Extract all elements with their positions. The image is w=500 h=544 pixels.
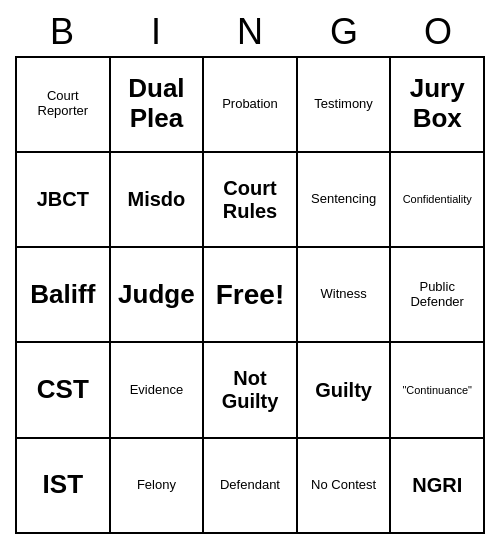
bingo-cell-r0-c3: Testimony bbox=[298, 58, 392, 153]
bingo-cell-r1-c0: JBCT bbox=[17, 153, 111, 248]
bingo-cell-r4-c3: No Contest bbox=[298, 439, 392, 534]
header-letter: O bbox=[391, 10, 485, 54]
bingo-header: BINGO bbox=[15, 10, 485, 54]
header-letter: I bbox=[109, 10, 203, 54]
bingo-cell-r0-c2: Probation bbox=[204, 58, 298, 153]
bingo-cell-r3-c2: Not Guilty bbox=[204, 343, 298, 438]
bingo-cell-r1-c1: Misdo bbox=[111, 153, 205, 248]
bingo-cell-r4-c4: NGRI bbox=[391, 439, 485, 534]
header-letter: G bbox=[297, 10, 391, 54]
bingo-cell-r3-c4: "Continuance" bbox=[391, 343, 485, 438]
bingo-cell-r3-c1: Evidence bbox=[111, 343, 205, 438]
bingo-cell-r2-c4: Public Defender bbox=[391, 248, 485, 343]
bingo-cell-r0-c1: Dual Plea bbox=[111, 58, 205, 153]
bingo-cell-r2-c3: Witness bbox=[298, 248, 392, 343]
bingo-cell-r3-c3: Guilty bbox=[298, 343, 392, 438]
bingo-cell-r2-c1: Judge bbox=[111, 248, 205, 343]
bingo-grid: Court ReporterDual PleaProbationTestimon… bbox=[15, 56, 485, 534]
bingo-cell-r4-c2: Defendant bbox=[204, 439, 298, 534]
bingo-cell-r1-c2: Court Rules bbox=[204, 153, 298, 248]
header-letter: N bbox=[203, 10, 297, 54]
bingo-cell-r1-c3: Sentencing bbox=[298, 153, 392, 248]
bingo-cell-r0-c0: Court Reporter bbox=[17, 58, 111, 153]
bingo-cell-r3-c0: CST bbox=[17, 343, 111, 438]
bingo-cell-r2-c2: Free! bbox=[204, 248, 298, 343]
bingo-cell-r4-c1: Felony bbox=[111, 439, 205, 534]
bingo-cell-r2-c0: Baliff bbox=[17, 248, 111, 343]
bingo-cell-r4-c0: IST bbox=[17, 439, 111, 534]
bingo-cell-r1-c4: Confidentiality bbox=[391, 153, 485, 248]
header-letter: B bbox=[15, 10, 109, 54]
bingo-cell-r0-c4: Jury Box bbox=[391, 58, 485, 153]
